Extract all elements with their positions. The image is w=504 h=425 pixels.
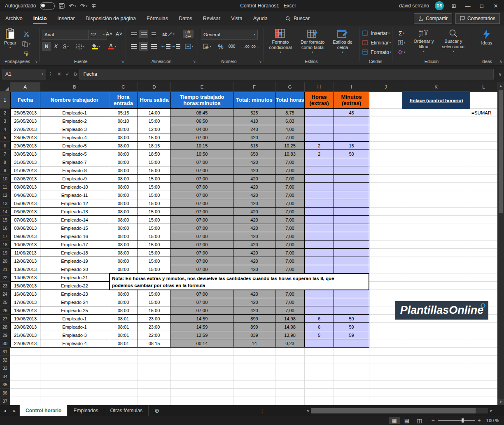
cell-B22[interactable]: Empleado-21 — [40, 273, 109, 282]
row-header-8[interactable]: 8 — [0, 158, 10, 166]
find-select-button[interactable]: Buscar y seleccionar▾ — [438, 29, 469, 53]
cell-L37[interactable] — [470, 397, 497, 405]
cell-I33[interactable] — [334, 364, 369, 372]
cell-D8[interactable]: 15:00 — [138, 158, 171, 166]
cell-G25[interactable]: 7,00 — [275, 298, 305, 306]
cell-B24[interactable]: Empleado-23 — [40, 290, 109, 298]
cell-C13[interactable]: 08:00 — [109, 199, 138, 208]
cell-C28[interactable]: 08:01 — [109, 323, 138, 331]
cell-A7[interactable]: 30/05/2013 — [10, 150, 40, 158]
cell-I26[interactable]: 0 — [334, 306, 369, 315]
col-header-G[interactable]: G — [275, 82, 305, 92]
cell-F16[interactable]: 420 — [233, 224, 275, 232]
cell-A26[interactable]: 18/06/2013 — [10, 306, 40, 315]
cell-F21[interactable]: 420 — [233, 265, 275, 273]
cell-E17[interactable]: 07:00 — [171, 232, 233, 241]
format-cells-button[interactable]: Formato▾ — [362, 48, 392, 56]
cell-C24[interactable]: 08:00 — [109, 290, 138, 298]
cell-D35[interactable] — [138, 381, 171, 389]
cell-A34[interactable] — [10, 372, 40, 381]
vertical-scrollbar[interactable]: ▲ ▼ — [497, 82, 504, 405]
cell-E13[interactable]: 07:00 — [171, 199, 233, 208]
row-header-12[interactable]: 12 — [0, 191, 10, 199]
cell-J35[interactable] — [369, 381, 402, 389]
cell-D30[interactable]: 08:15 — [138, 339, 171, 348]
cell-H12[interactable]: 0 — [305, 191, 334, 199]
cell-F32[interactable] — [233, 356, 275, 364]
close-icon[interactable]: ✕ — [492, 3, 500, 9]
cell-J8[interactable] — [369, 158, 402, 166]
cell-J32[interactable] — [369, 356, 402, 364]
cell-L34[interactable] — [470, 372, 497, 381]
zoom-slider-thumb[interactable] — [462, 418, 464, 423]
italic-button[interactable]: K — [52, 42, 60, 51]
cell-G14[interactable]: 7,00 — [275, 208, 305, 216]
cell-A5[interactable]: 28/05/2013 — [10, 133, 40, 142]
cell-E20[interactable]: 07:00 — [171, 257, 233, 265]
cell-J14[interactable] — [369, 208, 402, 216]
cell-H11[interactable]: 0 — [305, 183, 334, 191]
cell-K2[interactable] — [402, 109, 470, 117]
row-header-5[interactable]: 5 — [0, 133, 10, 142]
cell-G11[interactable]: 7,00 — [275, 183, 305, 191]
cell-A8[interactable]: 31/05/2013 — [10, 158, 40, 166]
tab-ayuda[interactable]: Ayuda — [248, 12, 273, 26]
customize-quick-access-icon[interactable]: ∓ — [91, 3, 96, 9]
cell-A2[interactable]: 25/05/2013 — [10, 109, 40, 117]
cell-K12[interactable] — [402, 191, 470, 199]
cell-K21[interactable] — [402, 265, 470, 273]
expand-formula-bar-icon[interactable]: ∨ — [498, 71, 502, 77]
cell-H28[interactable]: 6 — [305, 323, 334, 331]
cell-F37[interactable] — [233, 397, 275, 405]
cell-G21[interactable]: 7,00 — [275, 265, 305, 273]
comments-button[interactable]: Comentarios — [455, 13, 500, 24]
cell-L20[interactable] — [470, 257, 497, 265]
cell-F15[interactable]: 420 — [233, 216, 275, 224]
cell-B2[interactable]: Empleado-1 — [40, 109, 109, 117]
cell-K4[interactable] — [402, 125, 470, 133]
col-header-A[interactable]: A — [10, 82, 40, 92]
cell-A32[interactable] — [10, 356, 40, 364]
cell-I36[interactable] — [334, 389, 369, 397]
cell-L12[interactable] — [470, 191, 497, 199]
cell-C2[interactable]: 05:15 — [109, 109, 138, 117]
cell-E4[interactable]: 04:00 — [171, 125, 233, 133]
cell-D19[interactable]: 15:00 — [138, 249, 171, 257]
cell-K33[interactable] — [402, 364, 470, 372]
cell-E35[interactable] — [171, 381, 233, 389]
horizontal-scrollbar[interactable]: ◄ ► — [304, 407, 495, 414]
cell-G12[interactable]: 7,00 — [275, 191, 305, 199]
cell-E16[interactable]: 07:00 — [171, 224, 233, 232]
cell-I8[interactable]: 0 — [334, 158, 369, 166]
col-header-F[interactable]: F — [233, 82, 275, 92]
cell-B6[interactable]: Empleado-5 — [40, 142, 109, 150]
cell-B16[interactable]: Empleado-15 — [40, 224, 109, 232]
cell-B10[interactable]: Empleado-9 — [40, 175, 109, 183]
cell-I20[interactable]: 0 — [334, 257, 369, 265]
cell-D15[interactable]: 15:00 — [138, 216, 171, 224]
share-button[interactable]: Compartir — [414, 13, 452, 24]
cell-E21[interactable]: 07:00 — [171, 265, 233, 273]
cell-H20[interactable]: 0 — [305, 257, 334, 265]
cell-K28[interactable] — [402, 323, 470, 331]
cell-D26[interactable]: 15:00 — [138, 306, 171, 315]
cell-G28[interactable]: 14,98 — [275, 323, 305, 331]
maximize-icon[interactable]: □ — [478, 3, 486, 9]
cell-H36[interactable] — [305, 389, 334, 397]
cell-J1[interactable] — [369, 92, 402, 109]
row-header-6[interactable]: 6 — [0, 142, 10, 150]
tab-insertar[interactable]: Insertar — [52, 12, 80, 26]
cell-E31[interactable] — [171, 348, 233, 356]
insert-cells-button[interactable]: Insertar▾ — [362, 29, 390, 37]
cell-G20[interactable]: 7,00 — [275, 257, 305, 265]
cell-K16[interactable] — [402, 224, 470, 232]
cell-F25[interactable]: 420 — [233, 298, 275, 306]
cell-H3[interactable]: 0 — [305, 117, 334, 125]
cell-I17[interactable]: 0 — [334, 232, 369, 241]
tab-datos[interactable]: Datos — [173, 12, 198, 26]
cell-I35[interactable] — [334, 381, 369, 389]
cell-H16[interactable]: 0 — [305, 224, 334, 232]
cell-E14[interactable]: 07:00 — [171, 208, 233, 216]
cell-F12[interactable]: 420 — [233, 191, 275, 199]
cell-D13[interactable]: 15:00 — [138, 199, 171, 208]
